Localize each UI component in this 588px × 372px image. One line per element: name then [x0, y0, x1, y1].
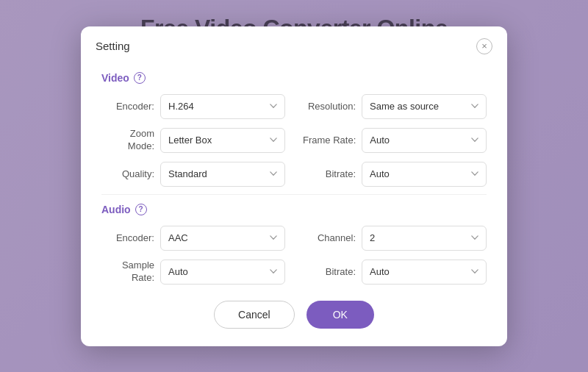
- audio-help-icon[interactable]: ?: [135, 204, 147, 215]
- close-button[interactable]: ×: [476, 38, 492, 54]
- audio-encoder-select[interactable]: AAC MP3 AC3 FLAC: [160, 226, 285, 251]
- settings-dialog: Setting × Video ? Encoder: H.264 H.265 M…: [81, 26, 507, 346]
- modal-overlay: Setting × Video ? Encoder: H.264 H.265 M…: [0, 0, 588, 372]
- dialog-title: Setting: [96, 40, 130, 52]
- dialog-footer: Cancel OK: [81, 287, 507, 332]
- audio-bitrate-label: Bitrate:: [303, 266, 356, 277]
- audio-section-label: Audio ?: [101, 204, 487, 215]
- ok-button[interactable]: OK: [306, 301, 374, 329]
- video-bitrate-select[interactable]: Auto 500k 1000k 2000k: [362, 162, 487, 187]
- video-section-label: Video ?: [101, 72, 487, 84]
- zoom-mode-select[interactable]: Letter Box Pan & Scan Full: [160, 128, 285, 153]
- audio-encoder-row: Encoder: AAC MP3 AC3 FLAC: [101, 226, 285, 251]
- framerate-label: Frame Rate:: [303, 135, 356, 146]
- audio-encoder-label: Encoder:: [101, 232, 154, 243]
- audio-form-grid: Encoder: AAC MP3 AC3 FLAC Channel: 2 1 6: [101, 226, 487, 285]
- video-bitrate-row: Bitrate: Auto 500k 1000k 2000k: [303, 162, 487, 187]
- dialog-header: Setting ×: [81, 26, 507, 63]
- channel-label: Channel:: [303, 232, 356, 243]
- resolution-select[interactable]: Same as source 1920x1080 1280x720: [362, 94, 487, 119]
- sample-rate-label: Sample Rate:: [101, 260, 154, 285]
- resolution-row: Resolution: Same as source 1920x1080 128…: [303, 94, 487, 119]
- dialog-body: Video ? Encoder: H.264 H.265 MPEG-4 Reso…: [81, 63, 507, 285]
- framerate-select[interactable]: Auto 23.97 25 29.97 30: [362, 128, 487, 153]
- audio-bitrate-row: Bitrate: Auto 128k 192k 256k 320k: [303, 260, 487, 285]
- video-help-icon[interactable]: ?: [134, 72, 146, 84]
- video-encoder-row: Encoder: H.264 H.265 MPEG-4: [101, 94, 285, 119]
- channel-select[interactable]: 2 1 6: [362, 226, 487, 251]
- framerate-row: Frame Rate: Auto 23.97 25 29.97 30: [303, 128, 487, 153]
- video-bitrate-label: Bitrate:: [303, 168, 356, 179]
- quality-select[interactable]: Standard High Low: [160, 162, 285, 187]
- video-form-grid: Encoder: H.264 H.265 MPEG-4 Resolution: …: [101, 94, 487, 187]
- cancel-button[interactable]: Cancel: [214, 301, 295, 329]
- section-divider: [101, 194, 487, 195]
- sample-rate-row: Sample Rate: Auto 44100 48000 96000: [101, 260, 285, 285]
- zoom-mode-row: Zoom Mode: Letter Box Pan & Scan Full: [101, 128, 285, 153]
- quality-label: Quality:: [101, 168, 154, 179]
- video-encoder-select[interactable]: H.264 H.265 MPEG-4: [160, 94, 285, 119]
- resolution-label: Resolution:: [303, 101, 356, 112]
- zoom-mode-label: Zoom Mode:: [101, 128, 154, 153]
- video-encoder-label: Encoder:: [101, 101, 154, 112]
- sample-rate-select[interactable]: Auto 44100 48000 96000: [160, 260, 285, 285]
- channel-row: Channel: 2 1 6: [303, 226, 487, 251]
- audio-bitrate-select[interactable]: Auto 128k 192k 256k 320k: [362, 260, 487, 285]
- quality-row: Quality: Standard High Low: [101, 162, 285, 187]
